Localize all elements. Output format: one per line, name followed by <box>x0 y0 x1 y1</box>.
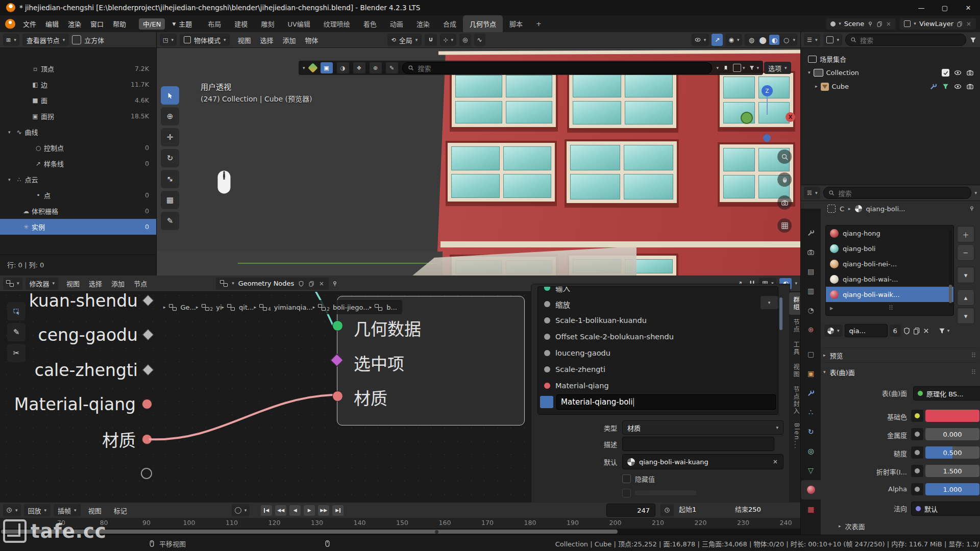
play-button[interactable]: ▶ <box>304 505 315 516</box>
camera-visibility-icon[interactable] <box>966 69 974 77</box>
copy-material-icon[interactable] <box>913 327 920 335</box>
jump-to-start-button[interactable]: ◀ <box>261 505 272 516</box>
breadcrumb-item[interactable]: ▸ qit... <box>222 304 254 311</box>
remove-slot-button[interactable]: − <box>957 244 974 261</box>
filter-droplet-button[interactable]: ❖ <box>353 62 365 73</box>
chevron-down-icon[interactable]: ▾ <box>974 191 977 195</box>
proportional-edit-button[interactable]: ◎ <box>459 34 471 46</box>
ior-field[interactable]: 1.500 <box>925 465 979 477</box>
timeline-marker-menu[interactable]: 标记 <box>109 506 132 515</box>
sidebar-tab[interactable]: 节点 <box>789 315 800 337</box>
preview-section-header[interactable]: ▸预览⠿ <box>823 347 976 363</box>
collapse-chevron-icon[interactable]: ▾ <box>303 66 305 70</box>
tool-scale[interactable]: ↔ <box>161 170 179 188</box>
tool-box-select[interactable] <box>7 302 26 320</box>
tool-annotate[interactable]: ✎ <box>161 212 179 230</box>
workspace-tab[interactable]: 几何节点 <box>463 15 503 32</box>
spreadsheet-data-row[interactable]: 点云 <box>0 171 156 187</box>
breadcrumb-item[interactable]: ▸ Ge... <box>163 304 196 311</box>
maximize-button[interactable]: ▢ <box>933 0 957 15</box>
shading-solid-button[interactable]: ⬤ <box>758 35 767 44</box>
node-editor-menu-item[interactable]: 选择 <box>84 280 107 288</box>
breadcrumb-material[interactable]: qiang-boli... <box>866 205 905 213</box>
tool-annotate[interactable]: ✎ <box>7 323 26 341</box>
perspective-toggle-button[interactable] <box>777 218 792 233</box>
proportional-falloff-button[interactable]: ∿ <box>474 34 485 46</box>
prev-keyframe-button[interactable]: ◀◀ <box>275 505 286 516</box>
bookmark-icon[interactable] <box>723 65 729 71</box>
workspace-tab[interactable]: 动画 <box>383 15 410 32</box>
gizmo-toggle-button[interactable]: ↗ <box>712 34 723 46</box>
viewport-menu-item[interactable]: 视图 <box>233 37 255 44</box>
outliner-row-object[interactable]: ▸ Cube <box>804 80 977 93</box>
timeline-ruler[interactable]: 7080901001101201301401501601701801902002… <box>0 518 800 529</box>
material-browse-dropdown[interactable]: ▾ <box>824 324 843 337</box>
group-socket-row[interactable]: louceng-gaodu <box>538 345 778 361</box>
eye-icon[interactable] <box>954 83 962 90</box>
tab-texture[interactable]: ▦ <box>801 499 821 519</box>
preview-range-clock-button[interactable] <box>660 504 674 516</box>
overlays-dropdown[interactable]: ◉▾ <box>725 34 742 46</box>
metallic-field[interactable]: 0.000 <box>925 428 979 440</box>
modifier-wrench-icon[interactable] <box>929 83 937 90</box>
editor-type-button[interactable]: ▾ <box>3 278 22 290</box>
camera-visibility-icon[interactable] <box>966 83 974 90</box>
language-toggle-button[interactable]: 中/EN <box>139 18 165 30</box>
tab-physics[interactable]: ↻ <box>801 422 821 441</box>
scene-selector[interactable]: ▾ Scene <box>826 18 896 30</box>
filter-funnel-icon[interactable] <box>969 36 977 44</box>
workspace-tab[interactable]: 合成 <box>436 15 463 32</box>
group-socket-row[interactable]: Offset Scale-2-bolukuan-shendu <box>538 329 778 345</box>
visibility-dropdown[interactable]: ▾ <box>692 34 709 46</box>
new-scene-icon[interactable] <box>876 21 883 27</box>
slot-specials-button[interactable]: ▾ <box>957 267 974 283</box>
workspace-tab[interactable]: 建模 <box>228 15 254 32</box>
hide-value-checkbox[interactable] <box>622 474 631 483</box>
group-socket-row[interactable]: Scale-zhengti <box>538 361 778 378</box>
outliner-row-collection[interactable]: ▾ Collection <box>804 66 977 80</box>
expand-chevron-icon[interactable]: ▾ <box>808 70 811 75</box>
filter-object-button[interactable]: ▣ <box>321 62 333 73</box>
base-color-swatch[interactable] <box>925 410 979 422</box>
geometry-socket[interactable] <box>332 320 343 331</box>
move-slot-down-button[interactable]: ▾ <box>957 308 974 324</box>
tool-links-cut[interactable]: ✂ <box>7 344 26 362</box>
roughness-slider[interactable]: 0.500 <box>925 446 979 459</box>
data-source-dropdown[interactable]: 查看器节点▾ <box>22 34 69 46</box>
workspace-tab[interactable]: 渲染 <box>410 15 436 32</box>
shading-dropdown[interactable]: ▾ <box>793 38 795 42</box>
pan-button[interactable] <box>777 172 792 187</box>
display-mode-dropdown[interactable]: ▾ <box>823 34 842 46</box>
pin-icon[interactable] <box>332 281 338 287</box>
material-users-count[interactable]: 6 <box>890 324 901 337</box>
list-collapse-button[interactable]: ▾ <box>760 295 778 310</box>
keying-menu[interactable]: 插帧▾ <box>54 504 81 516</box>
tab-object[interactable]: ▣ <box>801 364 821 383</box>
material-socket[interactable] <box>332 391 343 402</box>
group-socket-row[interactable]: Material-qiang <box>538 378 778 394</box>
remove-layer-icon[interactable] <box>966 21 972 27</box>
material-slot-row[interactable]: qiang-hong <box>826 226 953 241</box>
menubar-item[interactable]: 窗口 <box>86 20 108 28</box>
chevron-down-icon[interactable]: ▾ <box>795 281 797 286</box>
node-tree-type-dropdown[interactable]: 修改器▾ <box>26 278 59 290</box>
workspace-tab[interactable]: 着色 <box>357 15 383 32</box>
material-slot-row[interactable]: qiang-boli-nei-... <box>826 256 953 271</box>
spreadsheet-data-row[interactable]: 面 4.6K <box>0 92 156 108</box>
tab-constraints[interactable]: ◎ <box>801 441 821 461</box>
next-keyframe-button[interactable]: ▶▶ <box>318 505 329 516</box>
node-group-selector[interactable]: ▾ Geometry Nodes <box>216 278 329 290</box>
menubar-item[interactable]: 文件 <box>18 20 41 28</box>
group-socket-row[interactable]: Scale-1-bolikuan-kuandu <box>538 312 778 329</box>
spreadsheet-data-row[interactable]: 顶点 7.2K <box>0 61 156 77</box>
display-mode-dropdown[interactable]: ▾ <box>733 64 745 72</box>
material-slot-row[interactable]: qiang-boli-wai-... <box>826 271 953 287</box>
spreadsheet-data-row[interactable]: 边 11.7K <box>0 77 156 92</box>
group-output-node[interactable]: 几何数据 选中项 材质 <box>337 296 525 425</box>
timeline-scroll-track[interactable] <box>0 529 800 535</box>
tab-material[interactable] <box>801 480 821 499</box>
menubar-item[interactable]: 帮助 <box>108 20 131 28</box>
navigation-gizmo[interactable]: Z X <box>739 81 800 147</box>
pin-icon[interactable] <box>969 206 975 212</box>
play-reverse-button[interactable]: ◀ <box>289 505 301 516</box>
